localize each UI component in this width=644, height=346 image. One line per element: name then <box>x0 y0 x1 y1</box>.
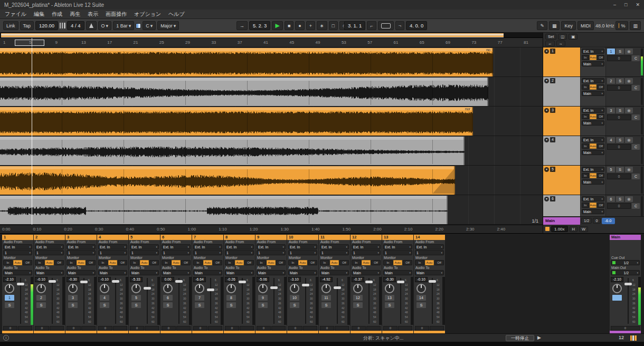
input-channel-select[interactable]: 1▾ <box>415 250 444 255</box>
session-record-button[interactable]: □ <box>329 21 338 30</box>
channel-title[interactable]: 13 <box>382 235 413 240</box>
crossfade-cell[interactable] <box>271 326 286 331</box>
monitor-off-button[interactable]: Off <box>86 260 96 265</box>
audio-clip[interactable]: no <box>0 48 493 76</box>
audio-clip[interactable]: nor <box>0 107 473 136</box>
track-activator[interactable]: 3 <box>68 295 78 301</box>
audio-from-select[interactable]: Ext. In▾ <box>35 244 64 249</box>
solo-button[interactable]: S <box>616 167 624 172</box>
audio-to-select[interactable]: Main▾ <box>130 270 159 275</box>
fader-handle[interactable] <box>80 281 88 283</box>
menu-item-3[interactable]: 再生 <box>66 9 84 19</box>
arm-button[interactable]: ◉ <box>625 49 633 54</box>
track-activator[interactable]: 6 <box>163 295 173 301</box>
crossfade-assign[interactable]: C <box>632 174 640 179</box>
monitor-auto-button[interactable]: Auto <box>590 173 597 178</box>
fold-icon[interactable]: ▾ <box>544 167 549 172</box>
fader-handle[interactable] <box>334 286 341 289</box>
solo-button[interactable]: S <box>5 302 14 308</box>
monitor-off-button[interactable]: Off <box>434 260 444 265</box>
main-gain-value[interactable]: -6.0 <box>602 218 615 224</box>
input-channel-select[interactable]: 1▾ <box>352 250 381 255</box>
track-activator[interactable]: 9 <box>258 295 268 301</box>
main-title[interactable]: Main <box>610 235 641 240</box>
solo-button[interactable]: S <box>68 302 78 308</box>
track-activator[interactable]: 1 <box>5 295 14 301</box>
input-routing-select[interactable]: Ext. In▾ <box>582 196 604 201</box>
audio-clip[interactable] <box>0 78 488 106</box>
input-channel-select[interactable]: 1▾ <box>193 250 222 255</box>
monitor-in-button[interactable]: In <box>162 260 171 265</box>
play-button[interactable]: ▶ <box>272 21 282 30</box>
monitor-auto-button[interactable]: Auto <box>393 260 403 265</box>
pan-knob[interactable] <box>100 284 109 293</box>
audio-to-select[interactable]: Main▾ <box>162 270 191 275</box>
track-color-pane[interactable]: ▾2 <box>543 77 580 106</box>
audio-to-select[interactable]: Main▾ <box>98 270 127 275</box>
input-channel-select[interactable]: 1▾ <box>98 250 127 255</box>
audio-clip[interactable] <box>0 166 455 195</box>
monitor-in-button[interactable]: In <box>582 143 589 149</box>
layout-button[interactable]: ▥ <box>630 21 641 30</box>
monitor-auto-button[interactable]: Auto <box>590 143 597 149</box>
menu-item-6[interactable]: オプション <box>130 9 165 19</box>
monitor-auto-button[interactable]: Auto <box>267 260 276 265</box>
audio-clip[interactable] <box>0 137 465 165</box>
input-channel-select[interactable]: 1▾ <box>288 250 317 255</box>
menu-item-0[interactable]: ファイル <box>1 9 30 19</box>
track-activator[interactable]: 13 <box>385 295 394 301</box>
fader-handle[interactable] <box>365 281 373 283</box>
set-button[interactable]: Set <box>545 34 556 40</box>
input-channel-select[interactable]: 1▾ <box>257 250 286 255</box>
close-button[interactable]: ✕ <box>636 2 640 7</box>
monitor-off-button[interactable]: Off <box>403 260 412 265</box>
monitor-off-button[interactable]: Off <box>339 260 349 265</box>
track-color-pane[interactable]: ▾5 <box>543 166 580 195</box>
monitor-in-button[interactable]: In <box>582 203 589 208</box>
audio-from-select[interactable]: Ext. In▾ <box>352 244 381 249</box>
beat-time-ruler[interactable]: 159131721252933374145495357616569737781 <box>0 38 543 47</box>
fold-icon[interactable]: ▾ <box>544 138 549 142</box>
monitor-off-button[interactable]: Off <box>181 260 191 265</box>
automation-arm-button[interactable]: ∗ <box>317 21 327 30</box>
volume-fader[interactable] <box>206 277 215 325</box>
channel-title[interactable]: 4 <box>97 235 128 240</box>
solo-button[interactable]: S <box>163 302 173 308</box>
track-activator[interactable]: 7 <box>195 295 204 301</box>
tempo-field[interactable]: 120.00 <box>35 21 58 30</box>
fold-icon[interactable]: ▾ <box>544 197 549 201</box>
input-channel-select[interactable]: 1▾ <box>320 250 349 255</box>
track-activator[interactable]: 14 <box>416 295 426 301</box>
crossfade-cell[interactable] <box>50 326 64 331</box>
channel-title[interactable]: 1 <box>2 235 33 240</box>
pan-knob[interactable] <box>68 284 78 293</box>
groove-amount[interactable]: O▾ <box>98 21 112 30</box>
output-routing-select[interactable]: Main▾ <box>582 179 604 185</box>
fader-handle[interactable] <box>17 283 24 285</box>
track-activator[interactable]: 5 <box>607 167 615 172</box>
input-channel-select[interactable]: 1▾ <box>130 250 159 255</box>
audio-from-select[interactable]: Ext. In▾ <box>288 244 317 249</box>
fader-handle[interactable] <box>429 280 436 283</box>
scale-root-menu[interactable]: C▾ <box>143 21 156 30</box>
pan-knob[interactable] <box>36 284 46 293</box>
audio-from-select[interactable]: Ext. In▾ <box>67 244 96 249</box>
fold-icon[interactable]: ▾ <box>544 79 549 83</box>
volume-value[interactable]: -0.26 <box>225 277 238 282</box>
arm-button[interactable]: ◉ <box>625 137 633 143</box>
monitor-off-button[interactable]: Off <box>54 260 64 265</box>
solo-button[interactable]: S <box>353 302 363 308</box>
volume-fader[interactable] <box>270 277 278 325</box>
crossfade-assign[interactable]: C <box>632 203 640 209</box>
track-header-2[interactable]: ▾2Ext. In▾InAutoOffMain▾2S◉0C <box>543 77 644 107</box>
audio-to-select[interactable]: Main▾ <box>193 270 222 275</box>
main-out-select[interactable]: 1/2▾ <box>611 270 640 275</box>
volume-fader[interactable] <box>143 277 151 325</box>
solo-button[interactable]: S <box>290 302 299 308</box>
monitor-auto-button[interactable]: Auto <box>590 55 597 60</box>
track-activator[interactable]: 2 <box>607 78 615 84</box>
time-signature-field[interactable]: 4 / 4 <box>67 21 84 30</box>
pan-knob[interactable] <box>612 284 622 293</box>
io-toggle-icon[interactable]: ◫ <box>558 34 567 40</box>
pause-button[interactable]: 一時停止 <box>506 335 534 341</box>
